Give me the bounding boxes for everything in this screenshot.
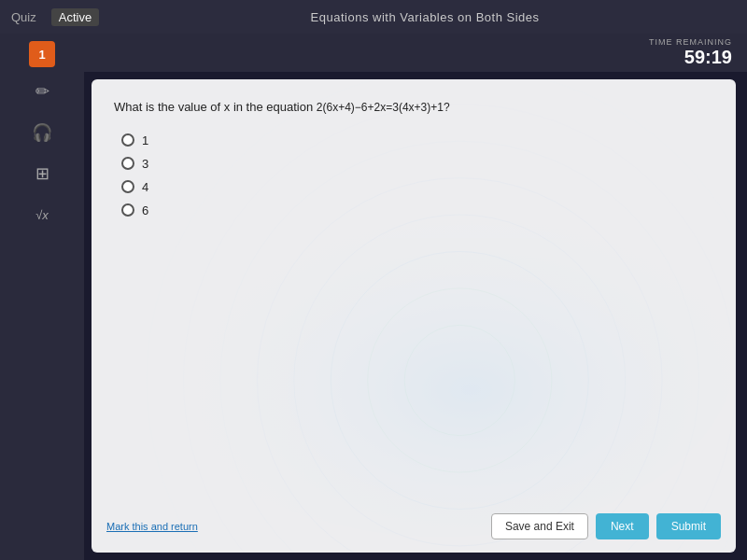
option-row-4[interactable]: 4 <box>121 180 713 194</box>
page-title: Equations with Variables on Both Sides <box>114 10 736 24</box>
option-label-3: 3 <box>142 157 148 171</box>
mark-return-link[interactable]: Mark this and return <box>106 521 198 532</box>
bottom-buttons: Save and Exit Next Submit <box>491 513 721 539</box>
option-label-4: 4 <box>142 180 148 194</box>
active-tab-label[interactable]: Active <box>51 8 99 26</box>
quiz-tab-label[interactable]: Quiz <box>11 10 36 24</box>
answer-options: 1 3 4 6 <box>121 133 713 217</box>
question-equation: 2(6x+4)−6+2x=3(4x+3)+1? <box>317 101 450 114</box>
option-row-1[interactable]: 1 <box>121 133 713 147</box>
option-label-6: 6 <box>142 203 148 217</box>
option-row-6[interactable]: 6 <box>121 203 713 217</box>
sidebar: 1 ✏ 🎧 ⊞ √x <box>0 34 84 560</box>
question-number-badge: 1 <box>29 41 55 67</box>
radio-4[interactable] <box>121 180 134 193</box>
timer-label: TIME REMAINING <box>649 37 732 47</box>
main-layout: 1 ✏ 🎧 ⊞ √x TIME REMAINING 59:19 <box>0 34 747 560</box>
quiz-panel: What is the value of x in the equation 2… <box>92 79 736 553</box>
timer-value: 59:19 <box>649 47 732 68</box>
save-exit-button[interactable]: Save and Exit <box>491 513 588 539</box>
submit-button[interactable]: Submit <box>656 513 721 539</box>
pencil-icon[interactable]: ✏ <box>25 75 59 108</box>
question-text: What is the value of x in the equation 2… <box>114 98 713 117</box>
question-stem: What is the value of x in the equation <box>114 100 313 114</box>
headphones-icon[interactable]: 🎧 <box>25 116 59 149</box>
quiz-bottom: Mark this and return Save and Exit Next … <box>92 504 736 553</box>
calculator-icon[interactable]: ⊞ <box>25 157 59 190</box>
timer-box: TIME REMAINING 59:19 <box>649 37 732 68</box>
option-row-3[interactable]: 3 <box>121 157 713 171</box>
next-button[interactable]: Next <box>596 513 649 539</box>
sqrt-icon[interactable]: √x <box>25 198 59 231</box>
content-area: TIME REMAINING 59:19 <box>84 34 747 560</box>
radio-3[interactable] <box>121 157 134 170</box>
top-bar: Quiz Active Equations with Variables on … <box>0 0 747 34</box>
option-label-1: 1 <box>142 133 148 147</box>
radio-1[interactable] <box>121 133 134 147</box>
radio-6[interactable] <box>121 203 134 217</box>
timer-bar: TIME REMAINING 59:19 <box>84 34 747 72</box>
quiz-content: What is the value of x in the equation 2… <box>92 79 736 504</box>
